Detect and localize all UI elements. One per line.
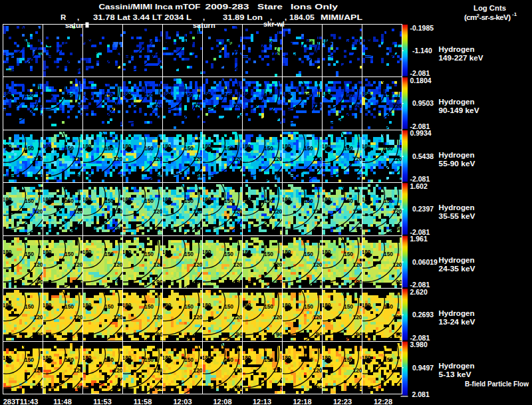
svg-text:2009-283: 2009-283: [205, 3, 249, 11]
svg-text:0.9934: 0.9934: [410, 129, 432, 137]
svg-text:,: ,: [203, 13, 205, 21]
svg-text:5-13 keV: 5-13 keV: [439, 370, 471, 378]
svg-text:11:53: 11:53: [93, 398, 112, 405]
svg-text:2.081: 2.081: [412, 390, 430, 398]
svg-text:31.78 Lat 3.44 LT 2034 L: 31.78 Lat 3.44 LT 2034 L: [93, 13, 192, 21]
svg-text:Cassini/MIMI Inca mTOF: Cassini/MIMI Inca mTOF: [99, 3, 201, 11]
svg-text:90-149 keV: 90-149 keV: [439, 106, 479, 114]
svg-text:283T11:43: 283T11:43: [3, 398, 39, 405]
svg-text:1.961: 1.961: [410, 235, 428, 243]
svg-text:12:28: 12:28: [374, 398, 392, 405]
svg-text:-0.1985: -0.1985: [410, 24, 434, 32]
svg-text:saturn: saturn: [193, 21, 215, 29]
svg-text:0.2693: 0.2693: [412, 311, 434, 319]
svg-text:Hydrogen: Hydrogen: [439, 362, 475, 370]
svg-text:Ions Only: Ions Only: [291, 3, 338, 11]
svg-text:R: R: [61, 13, 66, 21]
svg-text:149-227 keV: 149-227 keV: [439, 54, 483, 62]
svg-text:0.9503: 0.9503: [412, 99, 434, 107]
svg-text:-1: -1: [512, 11, 517, 17]
svg-text:Hydrogen: Hydrogen: [439, 203, 475, 211]
svg-text:skr-wl: skr-wl: [263, 20, 285, 28]
svg-text:11:48: 11:48: [53, 398, 72, 405]
svg-text:Hydrogen: Hydrogen: [439, 45, 475, 53]
svg-text:MIMI/APL: MIMI/APL: [321, 13, 362, 21]
svg-text:0.1804: 0.1804: [410, 76, 432, 84]
svg-text:satur: satur: [65, 21, 84, 29]
svg-text:12:18: 12:18: [293, 398, 311, 405]
svg-text:12:23: 12:23: [333, 398, 352, 405]
svg-text:31.89 Lon: 31.89 Lon: [223, 13, 263, 21]
svg-text:12:13: 12:13: [253, 398, 271, 405]
svg-text:55-90 keV: 55-90 keV: [439, 160, 475, 168]
svg-text:(cm2-sr-s-keV): (cm2-sr-s-keV): [464, 13, 511, 21]
svg-text:0.9497: 0.9497: [412, 364, 434, 372]
svg-text:Hydrogen: Hydrogen: [439, 151, 475, 159]
svg-text:11:58: 11:58: [134, 398, 152, 405]
svg-text:0.2397: 0.2397: [412, 205, 434, 213]
svg-text:,: ,: [285, 13, 287, 21]
svg-text:184.05: 184.05: [289, 13, 315, 21]
svg-text:0.5438: 0.5438: [412, 152, 434, 160]
svg-text:Hydrogen: Hydrogen: [439, 309, 475, 317]
svg-text:3.980: 3.980: [410, 340, 428, 348]
svg-text:Hydrogen: Hydrogen: [439, 256, 475, 264]
svg-text:-1.140: -1.140: [412, 47, 432, 55]
svg-text:0.06019: 0.06019: [412, 258, 438, 266]
svg-text:12:08: 12:08: [213, 398, 231, 405]
svg-text:13-24 keV: 13-24 keV: [439, 318, 475, 326]
svg-text:1.602: 1.602: [410, 182, 428, 190]
svg-text:12:03: 12:03: [173, 398, 192, 405]
svg-text:Hydrogen: Hydrogen: [439, 98, 475, 106]
svg-text:35-55 keV: 35-55 keV: [439, 212, 475, 220]
svg-text:,: ,: [77, 13, 79, 21]
svg-text:B-field Particle Flow: B-field Particle Flow: [465, 380, 529, 388]
svg-text:24-35 keV: 24-35 keV: [439, 265, 475, 273]
svg-text:Log Cnts: Log Cnts: [473, 4, 506, 12]
svg-text:2.620: 2.620: [410, 288, 428, 296]
svg-text:Stare: Stare: [257, 3, 283, 11]
